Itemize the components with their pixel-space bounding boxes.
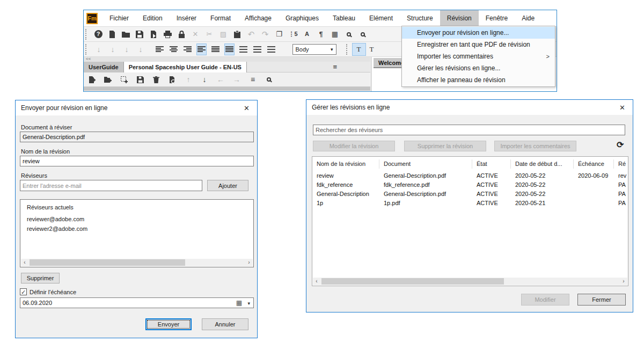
- search-reviewers-input[interactable]: Rechercher des réviseurs: [313, 125, 625, 135]
- scroll-right-icon[interactable]: ›: [620, 278, 627, 285]
- line-spacing-icon[interactable]: [239, 44, 248, 55]
- menu-item-show-review-panel[interactable]: Afficher le panneau de révision: [402, 74, 555, 86]
- delete-reviewer-button[interactable]: Supprimer: [21, 273, 60, 283]
- column-header-deadline[interactable]: Échéance: [574, 159, 614, 169]
- menu-revision[interactable]: Révision: [440, 10, 479, 26]
- toolbar-grip[interactable]: [346, 44, 349, 55]
- tab-userguide[interactable]: UserGuide: [84, 62, 124, 72]
- paste-icon[interactable]: [233, 29, 242, 40]
- go-forward-icon[interactable]: →: [232, 74, 241, 85]
- column-header-document[interactable]: Document: [379, 159, 472, 169]
- character-catalog-icon[interactable]: A: [303, 29, 312, 40]
- text-frame-tool-button[interactable]: T: [365, 43, 378, 55]
- spacing-adjust-icon[interactable]: [267, 44, 276, 55]
- save-icon[interactable]: [135, 29, 144, 40]
- add-button[interactable]: Ajouter: [207, 180, 248, 191]
- revision-name-input[interactable]: review: [20, 156, 254, 166]
- scrollbar-track[interactable]: [28, 259, 245, 266]
- paste-special-icon[interactable]: ▨: [219, 29, 228, 40]
- modify-button[interactable]: Modifier: [521, 294, 569, 306]
- open-window-icon[interactable]: ❐: [275, 29, 284, 40]
- apply-tag-icon[interactable]: ⋮5: [289, 29, 298, 40]
- list-view-icon[interactable]: ≡: [248, 74, 258, 85]
- scroll-left-icon[interactable]: ‹: [313, 278, 320, 285]
- reviewer-item[interactable]: reviewer@adobe.com: [20, 212, 253, 224]
- undo-icon[interactable]: ↶: [247, 29, 256, 40]
- scrollbar-thumb[interactable]: [321, 278, 504, 285]
- menu-structure[interactable]: Structure: [400, 10, 440, 26]
- add-file-icon[interactable]: [87, 74, 97, 85]
- modify-revision-button[interactable]: Modifier la révision: [313, 141, 395, 151]
- cancel-button[interactable]: Annuler: [202, 318, 248, 330]
- pod-collapse[interactable]: <<: [84, 57, 370, 62]
- toolbar-grip[interactable]: [85, 29, 88, 40]
- import-document-icon[interactable]: [149, 29, 158, 40]
- justify-left-icon[interactable]: [197, 44, 206, 55]
- close-icon[interactable]: ✕: [619, 104, 625, 112]
- table-row[interactable]: fdk_reference fdk_reference.pdf ACTIVE 2…: [312, 180, 628, 189]
- align-center-icon[interactable]: [169, 44, 178, 55]
- horizontal-scrollbar[interactable]: ‹ ›: [313, 278, 627, 285]
- open-folder-icon[interactable]: [121, 29, 130, 40]
- scroll-left-icon[interactable]: ‹: [21, 259, 28, 266]
- refresh-document-icon[interactable]: [168, 74, 177, 85]
- close-button[interactable]: Fermer: [577, 294, 626, 306]
- search-icon[interactable]: [265, 74, 274, 85]
- paragraph-style-dropdown[interactable]: Body ▾: [292, 44, 336, 55]
- delete-icon[interactable]: ✕: [191, 29, 200, 40]
- scrollbar-thumb[interactable]: [30, 259, 185, 266]
- add-folder-icon[interactable]: [104, 74, 113, 85]
- calendar-dropdown-icon[interactable]: ▾: [247, 301, 250, 306]
- menu-item-import-comments[interactable]: Importer les commentaires >: [402, 50, 555, 62]
- paragraph-spacing-icon[interactable]: [253, 44, 262, 55]
- redo-icon[interactable]: ↷: [261, 29, 270, 40]
- menu-fichier[interactable]: Fichier: [103, 10, 136, 26]
- menu-edition[interactable]: Edition: [136, 10, 170, 26]
- deadline-checkbox[interactable]: ✓: [20, 288, 27, 295]
- move-up-icon[interactable]: ↑: [184, 74, 193, 85]
- delete-revision-button[interactable]: Supprimer la révision: [404, 141, 486, 151]
- move-down-icon[interactable]: ↓: [200, 74, 209, 85]
- reviewer-item[interactable]: reviewer2@adobe.com: [20, 224, 253, 234]
- menu-item-save-as-review-pdf[interactable]: Enregistrer en tant que PDF de révision: [402, 39, 555, 50]
- new-document-icon[interactable]: [107, 29, 116, 40]
- toolbar-grip[interactable]: [85, 44, 88, 55]
- print-icon[interactable]: [163, 29, 172, 40]
- zoom-in-icon[interactable]: [345, 29, 354, 40]
- justify-full-icon[interactable]: [211, 44, 220, 55]
- send-button[interactable]: Envoyer: [145, 318, 192, 330]
- reviewers-listbox[interactable]: Réviseurs actuels reviewer@adobe.com rev…: [20, 199, 254, 267]
- tab-personal-spaceship[interactable]: Personal Spaceship User Guide - EN-US: [124, 62, 247, 72]
- calendar-icon[interactable]: ▦: [236, 299, 242, 307]
- menu-item-manage-online-reviews[interactable]: Gérer les révisions en ligne...: [402, 62, 555, 74]
- move-down-icon[interactable]: ↓: [136, 44, 145, 55]
- horizontal-scrollbar[interactable]: ‹ ›: [21, 259, 253, 266]
- menu-affichage[interactable]: Affichage: [238, 10, 279, 26]
- zoom-out-icon[interactable]: [358, 29, 368, 40]
- menu-aide[interactable]: Aide: [515, 10, 541, 26]
- move-down-icon[interactable]: ↓: [94, 44, 104, 55]
- help-icon[interactable]: ?: [94, 30, 103, 38]
- table-row[interactable]: General-Description General-Description.…: [312, 189, 628, 198]
- align-right-icon[interactable]: [183, 44, 192, 55]
- column-header-start-date[interactable]: Date de début d...: [511, 159, 574, 169]
- import-comments-button[interactable]: Importer les commentaires: [494, 141, 576, 151]
- close-icon[interactable]: ✕: [244, 104, 250, 112]
- go-back-icon[interactable]: ←: [216, 74, 225, 85]
- pod-menu-icon[interactable]: ≡: [333, 63, 337, 71]
- email-input[interactable]: Entrer l'adresse e-mail: [20, 180, 202, 191]
- scrollbar-track[interactable]: [320, 278, 620, 285]
- column-header-reviewers[interactable]: Ré: [614, 159, 628, 169]
- table-row[interactable]: 1p 1p.pdf ACTIVE 2020-05-21 PA: [312, 198, 628, 207]
- column-header-name[interactable]: Nom de la révision: [312, 159, 379, 169]
- deadline-date-input[interactable]: 06.09.2020: [20, 297, 254, 308]
- text-tool-button[interactable]: T: [353, 43, 365, 55]
- menu-fenetre[interactable]: Fenêtre: [479, 10, 515, 26]
- cut-icon[interactable]: ✂: [205, 29, 214, 40]
- lock-icon[interactable]: [177, 29, 186, 40]
- table-row[interactable]: review General-Description.pdf ACTIVE 20…: [312, 171, 628, 180]
- move-down-icon[interactable]: ↓: [122, 44, 131, 55]
- menu-tableau[interactable]: Tableau: [326, 10, 362, 26]
- column-header-state[interactable]: État: [472, 159, 511, 169]
- add-selection-icon[interactable]: [120, 74, 129, 85]
